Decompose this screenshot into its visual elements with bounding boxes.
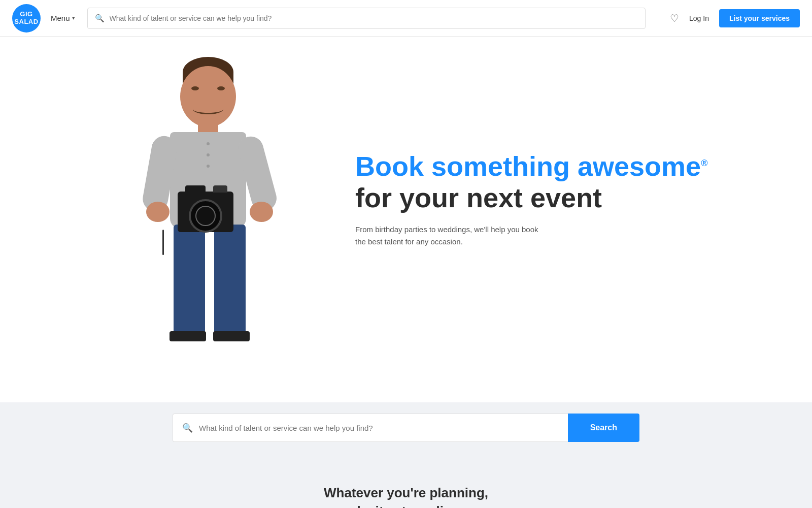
chevron-down-icon: ▾ [72, 15, 75, 21]
hero-title-dark: for your next event [355, 182, 602, 213]
lower-heading: Whatever you're planning, make it extrao… [0, 484, 812, 508]
hero-title-blue: Book something awesome® [355, 151, 707, 181]
logo-text-bottom: SALAD [14, 18, 38, 25]
right-shoe [213, 331, 250, 341]
navbar: GIG SALAD Menu ▾ 🔍 ♡ Log In List your se… [0, 0, 812, 37]
left-leg [174, 225, 205, 341]
search-input[interactable] [199, 424, 559, 432]
hero-image [101, 57, 315, 341]
login-button[interactable]: Log In [689, 14, 709, 22]
person-illustration [132, 57, 284, 341]
logo[interactable]: GIG SALAD [12, 4, 41, 33]
hero-search-bar: 🔍 Search [152, 402, 660, 453]
nav-search-wrapper: 🔍 [87, 8, 646, 29]
search-icon: 🔍 [95, 14, 105, 23]
left-shoe [170, 331, 206, 341]
camera-lens [189, 199, 222, 233]
camera-strap [162, 230, 164, 255]
favorites-icon[interactable]: ♡ [670, 12, 679, 24]
head [180, 66, 236, 127]
hero-content: Book something awesome® for your next ev… [51, 37, 761, 402]
menu-button[interactable]: Menu ▾ [51, 14, 75, 22]
logo-text-top: GIG [20, 11, 32, 18]
right-eye [217, 86, 225, 90]
search-input-wrapper: 🔍 [173, 414, 568, 442]
left-hand [146, 202, 170, 222]
smile [193, 104, 223, 114]
hero-subtitle: From birthday parties to weddings, we'll… [355, 224, 548, 248]
search-icon: 🔍 [182, 423, 193, 433]
hero-text-column: Book something awesome® for your next ev… [315, 150, 710, 248]
hero-title: Book something awesome® for your next ev… [355, 150, 710, 213]
nav-right: ♡ Log In List your services [670, 9, 800, 27]
search-button[interactable]: Search [568, 414, 639, 442]
lower-section: Whatever you're planning, make it extrao… [0, 453, 812, 508]
nav-search-input[interactable] [110, 14, 638, 22]
right-leg [214, 225, 246, 341]
left-eye [191, 86, 199, 90]
right-hand [250, 202, 273, 222]
hero-section: Book something awesome® for your next ev… [0, 37, 812, 453]
list-services-button[interactable]: List your services [719, 9, 800, 27]
